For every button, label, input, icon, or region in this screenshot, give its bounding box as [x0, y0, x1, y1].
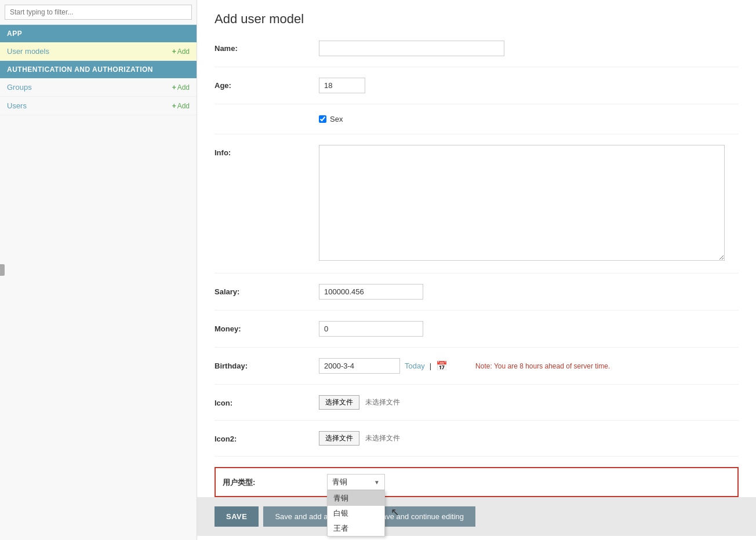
salary-field: [319, 284, 739, 300]
sidebar-item-users-name: Users: [7, 101, 27, 110]
sidebar-item-add-groups[interactable]: +Add: [172, 83, 190, 92]
dropdown-item-wangzhe[interactable]: 王者: [328, 521, 384, 536]
sex-checkbox[interactable]: [319, 115, 326, 123]
birthday-field: Today | 📅 Note: You are 8 hours ahead of…: [319, 358, 739, 374]
separator: |: [430, 362, 431, 370]
sidebar-item-users[interactable]: Users +Add: [0, 97, 197, 115]
time-note: Note: You are 8 hours ahead of server ti…: [475, 362, 610, 370]
icon-row: Icon: 选择文件 未选择文件: [215, 395, 739, 421]
icon2-label: Icon2:: [215, 431, 319, 443]
main-content: Add user model Name: Age: Sex Info: Sala…: [197, 0, 756, 540]
sidebar-section-auth: AUTHENTICATION AND AUTHORIZATION: [0, 61, 197, 78]
user-type-selected-value: 青铜: [332, 477, 347, 487]
age-field: [319, 78, 739, 93]
salary-label: Salary:: [215, 284, 319, 296]
sidebar-item-add-user-models[interactable]: +Add: [172, 48, 190, 56]
sidebar-filter-container: [0, 0, 197, 25]
icon-file-button[interactable]: 选择文件: [319, 395, 359, 410]
age-label: Age:: [215, 78, 319, 90]
user-type-inner: 用户类型: 青铜 ▼ 青铜 白银 王者 ↖: [223, 474, 730, 490]
info-row: Info:: [215, 145, 739, 273]
money-input[interactable]: [319, 321, 423, 337]
info-label: Info:: [215, 145, 319, 157]
sidebar-section-app: APP: [0, 25, 197, 42]
money-label: Money:: [215, 321, 319, 333]
user-type-label: 用户类型:: [223, 474, 327, 488]
name-field: [319, 41, 739, 56]
sex-label: Sex: [330, 115, 343, 123]
sidebar-item-groups[interactable]: Groups +Add: [0, 78, 197, 97]
salary-input[interactable]: [319, 284, 423, 300]
age-input[interactable]: [319, 78, 365, 93]
dropdown-item-qingtong[interactable]: 青铜: [328, 491, 384, 506]
info-textarea[interactable]: [319, 145, 725, 261]
sex-row: Sex: [215, 115, 739, 134]
user-type-section: 用户类型: 青铜 ▼ 青铜 白银 王者 ↖: [215, 467, 739, 497]
plus-icon-groups: +: [172, 83, 176, 92]
dropdown-arrow-icon: ▼: [374, 479, 380, 486]
action-buttons: SAVE Save and add another Save and conti…: [197, 497, 756, 536]
user-type-field: 青铜 ▼ 青铜 白银 王者 ↖: [327, 474, 385, 490]
icon-label: Icon:: [215, 395, 319, 407]
user-type-select[interactable]: 青铜 ▼: [327, 474, 385, 490]
sidebar: APP User models +Add AUTHENTICATION AND …: [0, 0, 197, 540]
birthday-row: Birthday: Today | 📅 Note: You are 8 hour…: [215, 358, 739, 385]
birthday-input[interactable]: [319, 358, 400, 374]
money-row: Money:: [215, 321, 739, 348]
info-field: [319, 145, 739, 262]
icon-no-file: 未选择文件: [365, 398, 400, 406]
sidebar-filter-input[interactable]: [5, 5, 192, 20]
today-link[interactable]: Today: [405, 362, 425, 370]
plus-icon: +: [172, 48, 176, 56]
name-row: Name:: [215, 41, 739, 67]
sidebar-item-user-models[interactable]: User models +Add: [0, 42, 197, 61]
icon2-row: Icon2: 选择文件 未选择文件: [215, 431, 739, 457]
icon2-no-file: 未选择文件: [365, 434, 400, 442]
user-type-dropdown: 青铜 白银 王者: [327, 490, 385, 537]
icon2-file-button[interactable]: 选择文件: [319, 431, 359, 446]
name-input[interactable]: [319, 41, 504, 56]
dropdown-item-baiyin[interactable]: 白银: [328, 506, 384, 521]
icon2-field: 选择文件 未选择文件: [319, 431, 739, 446]
name-label: Name:: [215, 41, 319, 53]
salary-row: Salary:: [215, 284, 739, 311]
icon-field: 选择文件 未选择文件: [319, 395, 739, 410]
calendar-icon[interactable]: 📅: [436, 360, 448, 371]
sidebar-item-add-users[interactable]: +Add: [172, 102, 190, 110]
plus-icon-users: +: [172, 102, 176, 110]
sidebar-item-groups-name: Groups: [7, 83, 32, 92]
age-row: Age:: [215, 78, 739, 104]
sidebar-item-name: User models: [7, 47, 49, 56]
money-field: [319, 321, 739, 337]
page-title: Add user model: [215, 12, 739, 27]
sidebar-collapse-button[interactable]: «: [0, 264, 5, 276]
save-button[interactable]: SAVE: [215, 506, 259, 527]
birthday-label: Birthday:: [215, 358, 319, 370]
